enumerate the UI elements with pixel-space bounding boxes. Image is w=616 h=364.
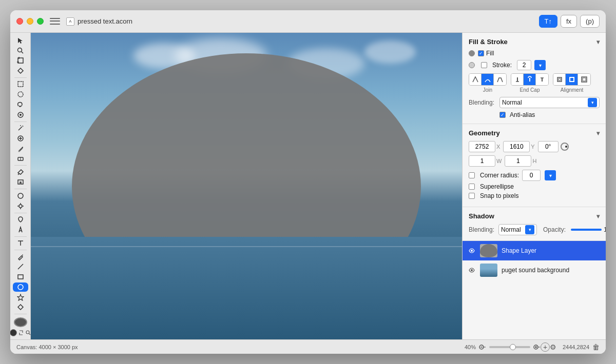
h-input-group: H bbox=[505, 155, 536, 167]
line-tool[interactable] bbox=[13, 262, 28, 272]
color-swatch[interactable] bbox=[14, 317, 27, 327]
magic-wand-tool[interactable] bbox=[13, 124, 28, 133]
layer-thumb-ellipse-shape bbox=[480, 244, 497, 257]
svg-line-11 bbox=[23, 126, 23, 127]
zoom-tool[interactable] bbox=[13, 46, 28, 55]
zoom-area: 40% bbox=[465, 343, 541, 351]
superellipse-checkbox[interactable] bbox=[469, 184, 475, 190]
zoom-slider[interactable] bbox=[489, 346, 530, 348]
zoom-out-icon[interactable] bbox=[479, 343, 486, 351]
w-input[interactable] bbox=[469, 155, 495, 167]
corner-radius-checkbox[interactable] bbox=[469, 172, 475, 178]
snap-pixels-checkbox[interactable] bbox=[469, 193, 475, 199]
brightness-tool[interactable] bbox=[13, 201, 28, 211]
corner-radius-input[interactable] bbox=[522, 170, 541, 181]
toolbar-t-button[interactable]: T↑ bbox=[539, 15, 557, 28]
cap-round-btn[interactable] bbox=[524, 74, 536, 85]
smudge-tool[interactable] bbox=[13, 215, 28, 224]
cloud-4 bbox=[364, 41, 416, 64]
lasso-tool[interactable] bbox=[13, 100, 28, 109]
h-input[interactable] bbox=[505, 155, 531, 167]
layer-name-bg: puget sound background bbox=[502, 267, 569, 274]
shadow-chevron[interactable]: ▾ bbox=[596, 213, 600, 220]
fill-tool[interactable] bbox=[13, 178, 28, 187]
blending-dropdown[interactable]: Normal ▾ bbox=[499, 97, 600, 108]
rect-tool[interactable] bbox=[13, 272, 28, 281]
ellipse-select-tool[interactable] bbox=[13, 90, 28, 99]
fill-stroke-title: Fill & Stroke bbox=[469, 38, 508, 46]
zoom-icon[interactable] bbox=[25, 330, 31, 336]
gear-icon[interactable]: ⚙ bbox=[550, 343, 556, 351]
toolbar-divider-5 bbox=[14, 213, 27, 213]
transform-tool[interactable] bbox=[13, 66, 28, 75]
antialias-checkbox[interactable]: ✓ bbox=[499, 112, 506, 118]
corner-radius-dropdown[interactable]: ▾ bbox=[545, 170, 556, 180]
corner-radius-row: Corner radius: ▾ bbox=[469, 170, 600, 181]
stroke-value-input[interactable] bbox=[517, 60, 531, 70]
stroke-radio[interactable] bbox=[469, 62, 475, 68]
join-round-btn[interactable] bbox=[482, 74, 494, 85]
right-panel: Fill & Stroke ▾ ✓ Fill Stroke: ▾ bbox=[462, 33, 606, 339]
cap-square-btn[interactable] bbox=[536, 74, 548, 85]
align-outside-btn[interactable] bbox=[578, 74, 590, 85]
toolbar-p-button[interactable]: (p) bbox=[580, 15, 600, 28]
toolbar-right: T↑ fx (p) bbox=[539, 15, 600, 28]
vector-tool[interactable] bbox=[13, 302, 28, 312]
foreground-color[interactable] bbox=[10, 329, 17, 336]
shadow-header: Shadow ▾ bbox=[469, 212, 600, 220]
sharpen-tool[interactable] bbox=[13, 225, 28, 234]
align-center-btn[interactable] bbox=[566, 74, 578, 85]
svg-marker-28 bbox=[17, 294, 24, 300]
brush-tool[interactable] bbox=[13, 144, 28, 153]
layer-eye-shape[interactable] bbox=[468, 247, 476, 255]
toolbar-fx-button[interactable]: fx bbox=[561, 15, 577, 28]
star-tool[interactable] bbox=[13, 293, 28, 302]
align-inside-btn[interactable] bbox=[553, 74, 566, 85]
healing-tool[interactable] bbox=[13, 134, 28, 143]
opacity-slider[interactable] bbox=[571, 229, 602, 231]
traffic-lights bbox=[16, 18, 44, 25]
rect-select-tool[interactable] bbox=[13, 80, 28, 89]
geometry-chevron[interactable]: ▾ bbox=[596, 130, 600, 137]
cap-butt-btn[interactable] bbox=[511, 74, 524, 85]
layer-item-shape[interactable]: Shape Layer bbox=[463, 241, 606, 260]
select-tool[interactable] bbox=[13, 36, 28, 45]
sidebar-toggle-button[interactable] bbox=[50, 17, 60, 26]
title-file: A pressed text.acorn bbox=[66, 17, 132, 26]
color-row bbox=[10, 329, 31, 336]
canvas-area[interactable] bbox=[31, 33, 462, 339]
text-tool[interactable] bbox=[13, 238, 28, 248]
toolbar-divider-8 bbox=[14, 314, 27, 314]
stroke-checkbox[interactable] bbox=[481, 62, 487, 68]
join-miter-btn[interactable] bbox=[469, 74, 482, 85]
add-layer-button[interactable]: + bbox=[541, 342, 550, 352]
blur-tool[interactable] bbox=[13, 191, 28, 200]
eraser-tool[interactable] bbox=[13, 154, 28, 163]
layer-name-shape: Shape Layer bbox=[502, 247, 536, 254]
layer-item-bg[interactable]: puget sound background bbox=[463, 260, 606, 280]
swap-colors-icon[interactable] bbox=[18, 330, 24, 336]
blending-dropdown-arrow: ▾ bbox=[588, 98, 597, 107]
y-input[interactable] bbox=[503, 141, 530, 152]
fill-radio[interactable] bbox=[469, 50, 475, 56]
fill-stroke-chevron[interactable]: ▾ bbox=[596, 38, 600, 46]
angle-input[interactable] bbox=[538, 141, 559, 152]
pen-tool[interactable] bbox=[13, 252, 28, 261]
stroke-dropdown-button[interactable]: ▾ bbox=[534, 60, 546, 70]
layer-eye-bg[interactable] bbox=[468, 266, 476, 274]
eyedropper-tool[interactable] bbox=[13, 168, 28, 177]
endcap-label: End Cap bbox=[520, 87, 540, 93]
quick-select-tool[interactable] bbox=[13, 110, 28, 119]
x-input[interactable] bbox=[469, 141, 495, 152]
close-button[interactable] bbox=[16, 18, 23, 25]
minimize-button[interactable] bbox=[27, 18, 33, 25]
zoom-in-icon[interactable] bbox=[533, 343, 541, 351]
shadow-blending-dropdown[interactable]: Normal ▾ bbox=[498, 224, 537, 235]
crop-tool[interactable] bbox=[13, 56, 28, 65]
maximize-button[interactable] bbox=[37, 18, 44, 25]
join-bevel-btn[interactable] bbox=[494, 74, 506, 85]
zoom-percent: 40% bbox=[465, 344, 476, 350]
ellipse-tool[interactable] bbox=[13, 282, 28, 292]
fill-checkbox[interactable]: ✓ bbox=[478, 50, 484, 56]
trash-icon[interactable]: 🗑 bbox=[592, 343, 600, 351]
